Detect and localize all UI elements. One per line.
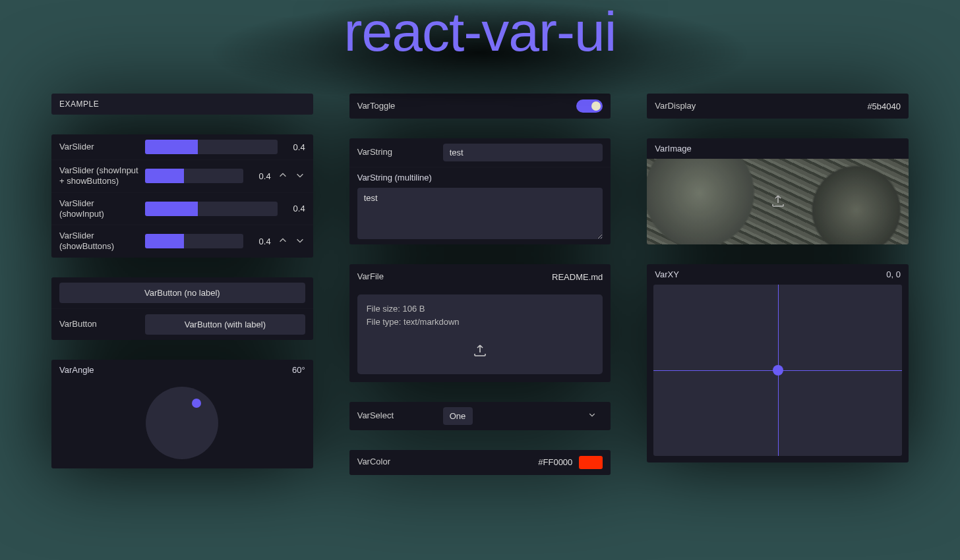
xy-value: 0, 0 [886, 269, 901, 279]
color-value: #FF0000 [538, 457, 572, 467]
string-row: VarString [349, 138, 611, 167]
upload-icon [367, 343, 594, 362]
slider-row-4: VarSlider (showButtons) 0.4 [51, 225, 313, 258]
slider-track[interactable] [145, 202, 278, 216]
xy-handle[interactable] [773, 365, 783, 376]
slider-value: 0.4 [250, 237, 271, 246]
file-name: README.md [552, 272, 603, 282]
buttons-panel: VarButton (no label) VarButton VarButton… [51, 277, 313, 340]
chevron-up-icon [278, 171, 287, 182]
string-multiline-input[interactable] [357, 188, 603, 239]
slider-row-3: VarSlider (showInput) 0.4 [51, 192, 313, 225]
file-label: VarFile [357, 271, 545, 282]
column-2: VarToggle VarString VarString (multiline… [349, 94, 611, 475]
slider-value: 0.4 [284, 142, 305, 152]
increment-button[interactable] [278, 171, 288, 181]
xy-pad[interactable] [653, 285, 902, 456]
slider-track[interactable] [145, 169, 243, 183]
angle-label: VarAngle [59, 365, 94, 375]
slider-value: 0.4 [284, 204, 305, 213]
angle-panel: VarAngle 60° [51, 360, 313, 468]
angle-dial[interactable] [146, 387, 218, 459]
increment-button[interactable] [278, 236, 288, 246]
angle-value: 60° [292, 365, 305, 375]
image-panel: VarImage [647, 138, 909, 244]
file-dropzone[interactable]: File size: 106 B File type: text/markdow… [357, 294, 603, 374]
file-type-line: File type: text/markdown [367, 316, 594, 329]
string-input[interactable] [443, 144, 603, 161]
color-panel: VarColor #FF0000 [349, 450, 611, 475]
slider-track[interactable] [145, 234, 243, 248]
color-swatch[interactable] [579, 456, 603, 469]
column-1: EXAMPLE VarSlider 0.4 VarSlider (showInp… [51, 94, 313, 475]
image-dropzone[interactable] [647, 159, 909, 244]
angle-handle[interactable] [192, 399, 201, 408]
decrement-button[interactable] [295, 236, 305, 246]
select-label: VarSelect [357, 410, 436, 421]
string-panel: VarString VarString (multiline) [349, 138, 611, 244]
select-row: VarSelect One [349, 402, 611, 430]
slider-label: VarSlider [59, 142, 138, 152]
string-label: VarString [357, 147, 436, 157]
string-multiline-label: VarString (multiline) [357, 173, 603, 182]
slider-track[interactable] [145, 140, 278, 154]
chevron-down-icon [295, 236, 305, 247]
column-3: VarDisplay #5b4040 VarImage VarXY 0, 0 [647, 94, 909, 475]
slider-row-1: VarSlider 0.4 [51, 134, 313, 159]
slider-label: VarSlider (showInput + showButtons) [59, 165, 138, 187]
button-label: VarButton [59, 319, 138, 329]
select-panel: VarSelect One [349, 402, 611, 430]
color-label: VarColor [357, 457, 532, 467]
demo-board: EXAMPLE VarSlider 0.4 VarSlider (showInp… [38, 70, 922, 501]
page-title: react-var-ui [344, 0, 616, 64]
upload-icon [770, 193, 786, 211]
chevron-down-icon [588, 411, 596, 421]
slider-label: VarSlider (showButtons) [59, 231, 138, 252]
var-button-withlabel[interactable]: VarButton (with label) [145, 314, 305, 335]
slider-label: VarSlider (showInput) [59, 198, 138, 220]
chevron-up-icon [278, 236, 287, 247]
string-multiline-row: VarString (multiline) [349, 167, 611, 244]
var-button-nolabel[interactable]: VarButton (no label) [59, 283, 305, 303]
file-header-row: VarFile README.md [349, 264, 611, 289]
chevron-down-icon [295, 171, 305, 182]
xy-label: VarXY [655, 269, 679, 279]
angle-row: VarAngle 60° [51, 360, 313, 468]
sliders-panel: VarSlider 0.4 VarSlider (showInput + sho… [51, 134, 313, 258]
select-dropdown[interactable]: One [443, 407, 473, 425]
display-value: #5b4040 [867, 101, 901, 111]
decrement-button[interactable] [295, 171, 305, 181]
color-row: VarColor #FF0000 [349, 450, 611, 475]
button-row-withlabel: VarButton VarButton (with label) [51, 308, 313, 340]
xy-panel: VarXY 0, 0 [647, 264, 909, 462]
button-row-nolabel: VarButton (no label) [51, 277, 313, 308]
image-label: VarImage [647, 138, 909, 159]
slider-row-2: VarSlider (showInput + showButtons) 0.4 [51, 159, 313, 192]
file-size-line: File size: 106 B [367, 302, 594, 316]
file-panel: VarFile README.md File size: 106 B File … [349, 264, 611, 382]
slider-value: 0.4 [250, 171, 271, 181]
